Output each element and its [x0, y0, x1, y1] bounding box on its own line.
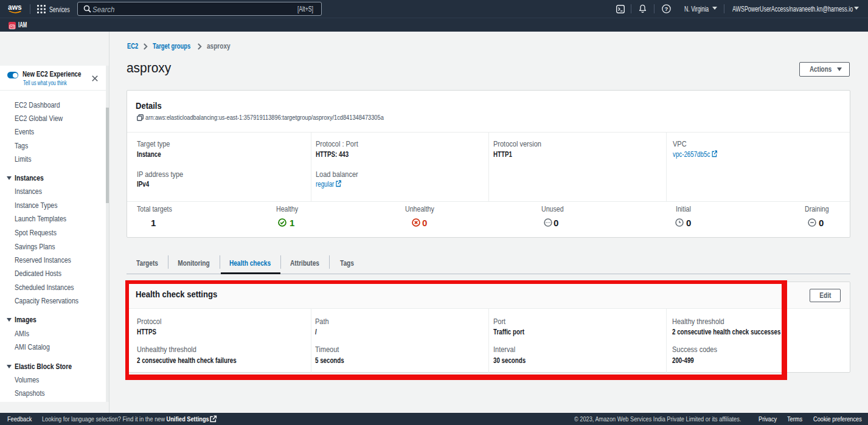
svg-text:aws: aws: [8, 3, 22, 12]
svg-text:?: ?: [665, 5, 668, 12]
